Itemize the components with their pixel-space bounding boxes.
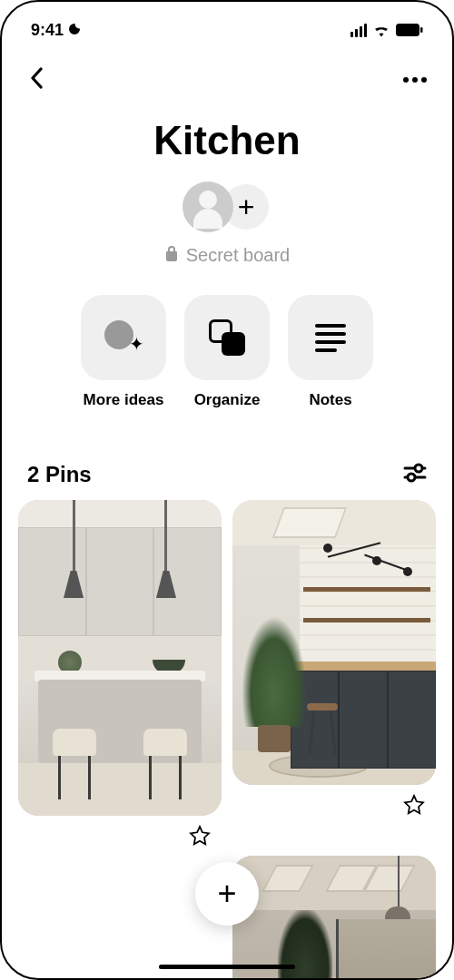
pins-header: 2 Pins — [2, 462, 452, 487]
filter-button[interactable] — [403, 463, 427, 486]
board-actions: ✦ More ideas Organize Notes — [2, 295, 452, 409]
organize-label: Organize — [194, 391, 261, 409]
pin-item[interactable] — [232, 500, 436, 785]
status-icons — [350, 23, 423, 37]
wifi-icon — [372, 23, 390, 37]
secret-board-label: Secret board — [186, 245, 291, 266]
svg-rect-1 — [420, 27, 423, 33]
nav-bar — [2, 45, 452, 102]
owner-avatar[interactable] — [183, 181, 233, 232]
pins-column-left — [18, 500, 222, 980]
back-button[interactable] — [27, 67, 45, 93]
more-ideas-label: More ideas — [84, 391, 164, 409]
pins-count-label: 2 Pins — [27, 462, 92, 487]
status-bar: 9:41 — [2, 2, 452, 45]
pins-column-right — [232, 500, 436, 980]
plus-icon: + — [217, 875, 236, 913]
svg-point-3 — [415, 465, 422, 472]
lock-icon — [164, 245, 179, 266]
do-not-disturb-icon — [67, 22, 82, 39]
organize-button[interactable]: Organize — [184, 295, 270, 409]
plus-icon: + — [238, 191, 255, 224]
more-options-button[interactable] — [403, 77, 427, 83]
sparkle-icon: ✦ — [103, 317, 144, 358]
status-time-group: 9:41 — [31, 21, 82, 40]
notes-label: Notes — [309, 391, 351, 409]
create-pin-fab[interactable]: + — [195, 862, 259, 926]
svg-point-5 — [408, 474, 415, 481]
favorite-button[interactable] — [403, 794, 425, 819]
board-title: Kitchen — [2, 118, 452, 163]
favorite-button[interactable] — [189, 825, 211, 850]
notes-button[interactable]: Notes — [288, 295, 373, 409]
more-ideas-button[interactable]: ✦ More ideas — [81, 295, 166, 409]
organize-icon — [209, 319, 245, 356]
cellular-signal-icon — [350, 24, 367, 37]
notes-icon — [315, 324, 346, 352]
pin-item[interactable] — [232, 856, 436, 980]
pin-item[interactable] — [18, 500, 222, 816]
collaborators-row: + — [2, 181, 452, 232]
svg-rect-0 — [396, 24, 419, 36]
status-time: 9:41 — [31, 21, 64, 40]
secret-board-indicator: Secret board — [2, 245, 452, 266]
battery-icon — [396, 24, 423, 36]
home-indicator[interactable] — [159, 965, 295, 969]
